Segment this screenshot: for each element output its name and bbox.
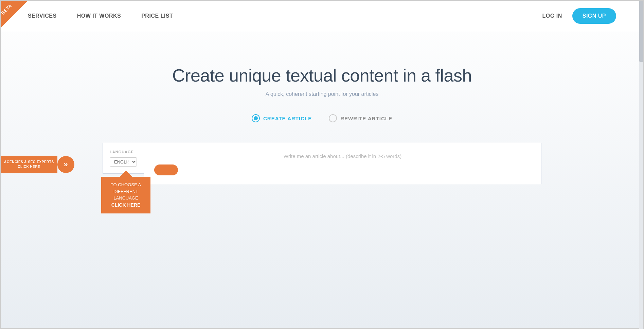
hero-title: Create unique textual content in a flash (1, 65, 643, 86)
create-article-radio[interactable] (252, 114, 260, 122)
signup-button[interactable]: SIGN UP (572, 8, 616, 24)
rewrite-article-label: REWRITE ARTICLE (340, 116, 392, 121)
rewrite-article-radio[interactable] (329, 114, 337, 122)
sidebar-cta-text: AGENCIES & SEO EXPERTS CLICK HERE (1, 156, 57, 173)
nav-how-it-works[interactable]: HOW IT WORKS (77, 13, 121, 19)
language-select[interactable]: ENGLISH (110, 157, 137, 167)
tooltip-line2: DIFFERENT LANGUAGE (113, 189, 138, 201)
sidebar-cta-line2: CLICK HERE (4, 164, 54, 169)
nav-right: LOG IN SIGN UP (542, 8, 616, 24)
text-panel: Write me an article about... (describe i… (144, 143, 541, 184)
language-panel: LANGUAGE ENGLISH (103, 143, 144, 174)
login-button[interactable]: LOG IN (542, 13, 562, 19)
beta-label: BETA (1, 3, 13, 16)
nav-price-list[interactable]: PRICE LIST (141, 13, 173, 19)
radio-group: CREATE ARTICLE REWRITE ARTICLE (1, 114, 643, 122)
create-article-option[interactable]: CREATE ARTICLE (252, 114, 312, 122)
beta-ribbon: BETA (1, 1, 28, 28)
hero-section: Create unique textual content in a flash… (1, 31, 643, 198)
rewrite-article-option[interactable]: REWRITE ARTICLE (329, 114, 392, 122)
tooltip-cta[interactable]: CLICK HERE (111, 202, 141, 208)
go-button[interactable] (154, 164, 178, 175)
language-label: LANGUAGE (110, 150, 134, 154)
tooltip-line1: TO CHOOSE A (111, 182, 141, 187)
nav-links: SERVICES HOW IT WORKS PRICE LIST (28, 13, 173, 19)
scrollbar[interactable] (639, 1, 643, 329)
sidebar-cta-arrow-icon[interactable]: » (57, 156, 74, 173)
create-article-label: CREATE ARTICLE (263, 116, 312, 121)
navbar: SERVICES HOW IT WORKS PRICE LIST LOG IN … (1, 1, 643, 31)
sidebar-cta[interactable]: AGENCIES & SEO EXPERTS CLICK HERE » (1, 156, 74, 173)
language-tooltip[interactable]: TO CHOOSE A DIFFERENT LANGUAGE CLICK HER… (101, 177, 150, 213)
hero-subtitle: A quick, coherent starting point for you… (1, 91, 643, 97)
form-area: LANGUAGE ENGLISH Write me an article abo… (1, 143, 643, 184)
page-wrapper: BETA SERVICES HOW IT WORKS PRICE LIST LO… (0, 0, 644, 329)
nav-services[interactable]: SERVICES (28, 13, 57, 19)
sidebar-cta-line1: AGENCIES & SEO EXPERTS (4, 160, 54, 164)
article-placeholder: Write me an article about... (describe i… (154, 153, 531, 159)
scrollbar-thumb[interactable] (639, 1, 643, 62)
